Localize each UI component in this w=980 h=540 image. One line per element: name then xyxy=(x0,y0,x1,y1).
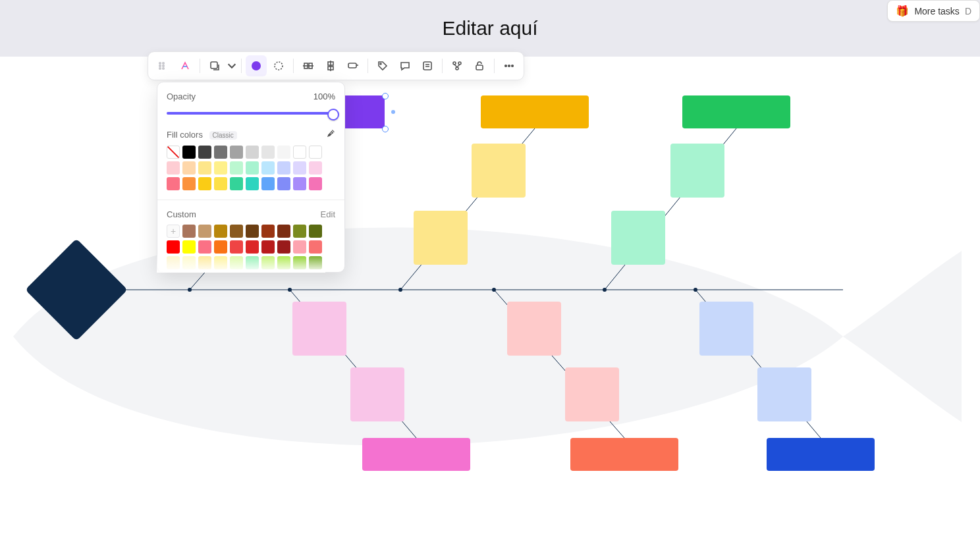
custom-edit-link[interactable]: Edit xyxy=(321,209,335,219)
more-icon[interactable] xyxy=(499,55,520,76)
color-swatch[interactable] xyxy=(230,146,243,159)
shape-type-button[interactable] xyxy=(204,55,225,76)
opacity-slider[interactable] xyxy=(167,108,335,119)
color-swatch[interactable] xyxy=(167,177,180,190)
color-swatch[interactable] xyxy=(261,256,275,269)
color-swatch[interactable] xyxy=(246,177,259,190)
label-icon[interactable] xyxy=(342,55,364,76)
color-swatch[interactable] xyxy=(261,240,275,254)
cause-shape[interactable] xyxy=(507,302,561,356)
ai-icon[interactable] xyxy=(175,55,196,76)
color-swatch[interactable] xyxy=(214,256,227,269)
color-swatch[interactable] xyxy=(167,161,180,175)
color-swatch[interactable] xyxy=(277,177,290,190)
cause-shape[interactable] xyxy=(757,367,811,421)
color-swatch[interactable] xyxy=(214,177,227,190)
color-swatch[interactable] xyxy=(309,177,322,190)
color-swatch[interactable] xyxy=(182,240,196,254)
color-swatch[interactable] xyxy=(277,256,290,269)
color-swatch[interactable] xyxy=(277,240,290,254)
color-swatch[interactable] xyxy=(230,225,243,238)
color-swatch[interactable] xyxy=(198,146,211,159)
color-swatch[interactable] xyxy=(246,256,259,269)
color-swatch[interactable] xyxy=(214,240,227,254)
color-swatch[interactable] xyxy=(309,146,322,159)
color-swatch[interactable] xyxy=(230,161,243,175)
color-swatch[interactable] xyxy=(261,225,275,238)
diagram-canvas[interactable] xyxy=(0,57,980,540)
color-swatch[interactable] xyxy=(214,161,227,175)
fill-style-chip[interactable]: Classic xyxy=(209,131,237,140)
cause-shape[interactable] xyxy=(414,211,468,265)
cause-shape[interactable] xyxy=(699,302,753,356)
color-swatch[interactable] xyxy=(167,256,180,269)
fill-color-button[interactable] xyxy=(246,55,267,76)
color-swatch[interactable] xyxy=(182,256,196,269)
border-style-button[interactable] xyxy=(268,55,289,76)
color-swatch[interactable] xyxy=(246,146,259,159)
color-swatch[interactable] xyxy=(182,225,196,238)
tag-icon[interactable] xyxy=(372,55,393,76)
color-swatch[interactable] xyxy=(214,225,227,238)
color-swatch[interactable] xyxy=(293,177,306,190)
selection-side-handle[interactable] xyxy=(391,110,395,114)
color-swatch[interactable] xyxy=(198,161,211,175)
add-color-button[interactable]: + xyxy=(167,225,180,238)
color-swatch[interactable] xyxy=(182,177,196,190)
color-swatch[interactable] xyxy=(246,161,259,175)
shape-type-chevron-icon[interactable] xyxy=(227,55,237,76)
color-swatch[interactable] xyxy=(230,240,243,254)
color-swatch[interactable] xyxy=(293,146,306,159)
drag-handle-icon[interactable] xyxy=(152,55,173,76)
cause-shape[interactable] xyxy=(565,367,619,421)
color-swatch[interactable] xyxy=(277,146,290,159)
color-swatch[interactable] xyxy=(230,256,243,269)
color-swatch[interactable] xyxy=(167,240,180,254)
color-swatch[interactable] xyxy=(261,146,275,159)
color-swatch[interactable] xyxy=(214,146,227,159)
more-tasks-pill[interactable]: 🎁 More tasks D xyxy=(887,0,980,22)
eyedropper-icon[interactable] xyxy=(326,129,335,140)
comment-icon[interactable] xyxy=(395,55,416,76)
color-swatch[interactable] xyxy=(261,161,275,175)
color-swatch[interactable] xyxy=(277,225,290,238)
cause-shape[interactable] xyxy=(611,211,665,265)
page-title[interactable]: Editar aquí xyxy=(442,17,537,40)
color-swatch[interactable] xyxy=(246,240,259,254)
cause-shape[interactable] xyxy=(670,144,724,198)
category-shape[interactable] xyxy=(570,438,678,471)
lock-icon[interactable] xyxy=(469,55,490,76)
cause-shape[interactable] xyxy=(472,144,526,198)
category-shape[interactable] xyxy=(481,95,589,128)
color-swatch[interactable] xyxy=(293,225,306,238)
color-swatch[interactable] xyxy=(277,161,290,175)
color-swatch[interactable] xyxy=(246,225,259,238)
color-swatch[interactable] xyxy=(230,177,243,190)
color-swatch[interactable] xyxy=(198,225,211,238)
selection-handle[interactable] xyxy=(382,126,389,132)
cause-shape[interactable] xyxy=(350,367,404,421)
color-swatch[interactable] xyxy=(182,161,196,175)
color-swatch[interactable] xyxy=(167,146,180,159)
color-swatch[interactable] xyxy=(309,161,322,175)
color-swatch[interactable] xyxy=(293,161,306,175)
align-horizontal-icon[interactable] xyxy=(298,55,319,76)
color-swatch[interactable] xyxy=(198,256,211,269)
color-swatch[interactable] xyxy=(309,256,322,269)
align-vertical-icon[interactable] xyxy=(320,55,341,76)
color-swatch[interactable] xyxy=(309,225,322,238)
color-swatch[interactable] xyxy=(293,240,306,254)
category-shape[interactable] xyxy=(767,438,875,471)
category-shape[interactable] xyxy=(682,95,790,128)
cause-shape[interactable] xyxy=(292,302,346,356)
color-swatch[interactable] xyxy=(198,240,211,254)
color-swatch[interactable] xyxy=(182,146,196,159)
color-swatch[interactable] xyxy=(198,177,211,190)
category-shape[interactable] xyxy=(362,438,470,471)
link-icon[interactable] xyxy=(447,55,468,76)
color-swatch[interactable] xyxy=(309,240,322,254)
selection-handle[interactable] xyxy=(382,93,389,99)
color-swatch[interactable] xyxy=(261,177,275,190)
color-swatch[interactable] xyxy=(293,256,306,269)
note-icon[interactable] xyxy=(417,55,438,76)
